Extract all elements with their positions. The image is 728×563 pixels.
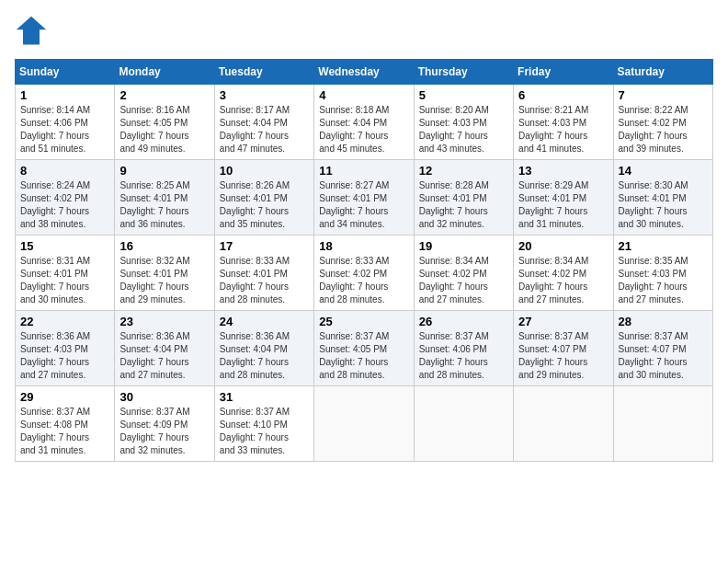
cell-info: Sunrise: 8:27 AM Sunset: 4:01 PM Dayligh…: [319, 179, 408, 231]
cell-info: Sunrise: 8:24 AM Sunset: 4:02 PM Dayligh…: [20, 179, 109, 231]
calendar-cell: 8Sunrise: 8:24 AM Sunset: 4:02 PM Daylig…: [16, 160, 115, 236]
calendar-cell: 28Sunrise: 8:37 AM Sunset: 4:07 PM Dayli…: [613, 311, 712, 386]
day-number: 15: [20, 239, 109, 253]
day-number: 1: [20, 88, 109, 102]
calendar-cell: 19Sunrise: 8:34 AM Sunset: 4:02 PM Dayli…: [414, 236, 513, 311]
day-header-thursday: Thursday: [414, 60, 513, 85]
calendar-cell: 7Sunrise: 8:22 AM Sunset: 4:02 PM Daylig…: [613, 85, 712, 160]
calendar-cell: 21Sunrise: 8:35 AM Sunset: 4:03 PM Dayli…: [613, 236, 712, 311]
cell-info: Sunrise: 8:37 AM Sunset: 4:10 PM Dayligh…: [220, 406, 309, 457]
day-number: 16: [119, 239, 209, 253]
cell-info: Sunrise: 8:17 AM Sunset: 4:04 PM Dayligh…: [220, 104, 309, 155]
day-header-monday: Monday: [115, 60, 214, 85]
day-number: 11: [319, 164, 408, 178]
calendar-cell: 30Sunrise: 8:37 AM Sunset: 4:09 PM Dayli…: [115, 386, 214, 462]
calendar-cell: 14Sunrise: 8:30 AM Sunset: 4:01 PM Dayli…: [613, 160, 712, 236]
day-header-sunday: Sunday: [16, 60, 115, 85]
day-number: 21: [619, 239, 708, 253]
calendar-cell: 18Sunrise: 8:33 AM Sunset: 4:02 PM Dayli…: [314, 236, 414, 311]
logo-icon: [15, 15, 48, 48]
calendar-cell: 9Sunrise: 8:25 AM Sunset: 4:01 PM Daylig…: [115, 160, 214, 236]
day-header-friday: Friday: [514, 60, 613, 85]
cell-info: Sunrise: 8:28 AM Sunset: 4:01 PM Dayligh…: [419, 179, 508, 231]
day-number: 18: [319, 239, 408, 253]
calendar-cell: [314, 386, 414, 462]
day-number: 23: [119, 315, 209, 328]
day-number: 13: [518, 164, 608, 178]
day-number: 26: [419, 315, 508, 328]
day-header-tuesday: Tuesday: [214, 60, 313, 85]
day-number: 8: [20, 164, 109, 178]
day-number: 6: [518, 88, 608, 102]
cell-info: Sunrise: 8:36 AM Sunset: 4:04 PM Dayligh…: [220, 330, 309, 382]
cell-info: Sunrise: 8:29 AM Sunset: 4:01 PM Dayligh…: [518, 179, 608, 231]
cell-info: Sunrise: 8:37 AM Sunset: 4:07 PM Dayligh…: [619, 330, 708, 382]
cell-info: Sunrise: 8:36 AM Sunset: 4:04 PM Dayligh…: [119, 330, 209, 382]
day-header-saturday: Saturday: [613, 60, 712, 85]
day-number: 28: [619, 315, 708, 328]
cell-info: Sunrise: 8:37 AM Sunset: 4:05 PM Dayligh…: [319, 330, 408, 382]
calendar-cell: 15Sunrise: 8:31 AM Sunset: 4:01 PM Dayli…: [16, 236, 115, 311]
cell-info: Sunrise: 8:22 AM Sunset: 4:02 PM Dayligh…: [619, 104, 708, 155]
calendar-table: SundayMondayTuesdayWednesdayThursdayFrid…: [15, 59, 713, 462]
cell-info: Sunrise: 8:34 AM Sunset: 4:02 PM Dayligh…: [518, 255, 608, 306]
calendar-cell: 16Sunrise: 8:32 AM Sunset: 4:01 PM Dayli…: [115, 236, 214, 311]
day-number: 4: [319, 88, 408, 102]
cell-info: Sunrise: 8:14 AM Sunset: 4:06 PM Dayligh…: [20, 104, 109, 155]
cell-info: Sunrise: 8:30 AM Sunset: 4:01 PM Dayligh…: [619, 179, 708, 231]
cell-info: Sunrise: 8:37 AM Sunset: 4:06 PM Dayligh…: [419, 330, 508, 382]
cell-info: Sunrise: 8:33 AM Sunset: 4:02 PM Dayligh…: [319, 255, 408, 306]
day-number: 24: [220, 315, 309, 328]
cell-info: Sunrise: 8:31 AM Sunset: 4:01 PM Dayligh…: [20, 255, 109, 306]
cell-info: Sunrise: 8:20 AM Sunset: 4:03 PM Dayligh…: [419, 104, 508, 155]
calendar-cell: 13Sunrise: 8:29 AM Sunset: 4:01 PM Dayli…: [514, 160, 613, 236]
day-number: 27: [518, 315, 608, 328]
calendar-cell: 6Sunrise: 8:21 AM Sunset: 4:03 PM Daylig…: [514, 85, 613, 160]
calendar-cell: 29Sunrise: 8:37 AM Sunset: 4:08 PM Dayli…: [16, 386, 115, 462]
cell-info: Sunrise: 8:18 AM Sunset: 4:04 PM Dayligh…: [319, 104, 408, 155]
page-header: [15, 15, 713, 48]
cell-info: Sunrise: 8:36 AM Sunset: 4:03 PM Dayligh…: [20, 330, 109, 382]
calendar-cell: 20Sunrise: 8:34 AM Sunset: 4:02 PM Dayli…: [514, 236, 613, 311]
calendar-cell: 27Sunrise: 8:37 AM Sunset: 4:07 PM Dayli…: [514, 311, 613, 386]
day-number: 19: [419, 239, 508, 253]
calendar-cell: 22Sunrise: 8:36 AM Sunset: 4:03 PM Dayli…: [16, 311, 115, 386]
calendar-cell: 3Sunrise: 8:17 AM Sunset: 4:04 PM Daylig…: [214, 85, 313, 160]
calendar-cell: [414, 386, 513, 462]
cell-info: Sunrise: 8:16 AM Sunset: 4:05 PM Dayligh…: [119, 104, 209, 155]
calendar-cell: 5Sunrise: 8:20 AM Sunset: 4:03 PM Daylig…: [414, 85, 513, 160]
calendar-cell: 10Sunrise: 8:26 AM Sunset: 4:01 PM Dayli…: [214, 160, 313, 236]
day-number: 25: [319, 315, 408, 328]
calendar-cell: 25Sunrise: 8:37 AM Sunset: 4:05 PM Dayli…: [314, 311, 414, 386]
calendar-cell: 12Sunrise: 8:28 AM Sunset: 4:01 PM Dayli…: [414, 160, 513, 236]
day-number: 17: [220, 239, 309, 253]
cell-info: Sunrise: 8:37 AM Sunset: 4:09 PM Dayligh…: [119, 406, 209, 457]
cell-info: Sunrise: 8:33 AM Sunset: 4:01 PM Dayligh…: [220, 255, 309, 306]
calendar-cell: 23Sunrise: 8:36 AM Sunset: 4:04 PM Dayli…: [115, 311, 214, 386]
logo: [15, 15, 51, 48]
calendar-cell: 17Sunrise: 8:33 AM Sunset: 4:01 PM Dayli…: [214, 236, 313, 311]
cell-info: Sunrise: 8:26 AM Sunset: 4:01 PM Dayligh…: [220, 179, 309, 231]
day-number: 10: [220, 164, 309, 178]
calendar-cell: [514, 386, 613, 462]
day-number: 29: [20, 390, 109, 404]
day-number: 5: [419, 88, 508, 102]
svg-marker-0: [17, 17, 46, 45]
cell-info: Sunrise: 8:37 AM Sunset: 4:07 PM Dayligh…: [518, 330, 608, 382]
calendar-cell: 24Sunrise: 8:36 AM Sunset: 4:04 PM Dayli…: [214, 311, 313, 386]
cell-info: Sunrise: 8:37 AM Sunset: 4:08 PM Dayligh…: [20, 406, 109, 457]
calendar-cell: 4Sunrise: 8:18 AM Sunset: 4:04 PM Daylig…: [314, 85, 414, 160]
day-number: 3: [220, 88, 309, 102]
day-number: 22: [20, 315, 109, 328]
calendar-cell: [613, 386, 712, 462]
calendar-cell: 1Sunrise: 8:14 AM Sunset: 4:06 PM Daylig…: [16, 85, 115, 160]
calendar-cell: 11Sunrise: 8:27 AM Sunset: 4:01 PM Dayli…: [314, 160, 414, 236]
day-number: 9: [119, 164, 209, 178]
calendar-cell: 2Sunrise: 8:16 AM Sunset: 4:05 PM Daylig…: [115, 85, 214, 160]
cell-info: Sunrise: 8:21 AM Sunset: 4:03 PM Dayligh…: [518, 104, 608, 155]
day-number: 30: [119, 390, 209, 404]
day-number: 14: [619, 164, 708, 178]
cell-info: Sunrise: 8:34 AM Sunset: 4:02 PM Dayligh…: [419, 255, 508, 306]
day-number: 7: [619, 88, 708, 102]
cell-info: Sunrise: 8:25 AM Sunset: 4:01 PM Dayligh…: [119, 179, 209, 231]
